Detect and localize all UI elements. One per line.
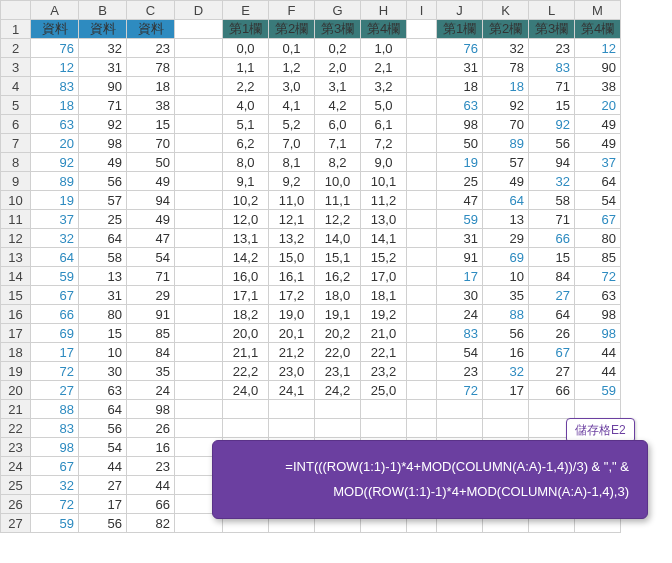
col-header-F[interactable]: F bbox=[269, 1, 315, 20]
cell-H5[interactable]: 5,0 bbox=[361, 96, 407, 115]
cell-C13[interactable]: 54 bbox=[127, 248, 175, 267]
cell-L2[interactable]: 23 bbox=[529, 39, 575, 58]
row-header[interactable]: 16 bbox=[1, 305, 31, 324]
cell-I22[interactable] bbox=[407, 419, 437, 438]
cell-L12[interactable]: 66 bbox=[529, 229, 575, 248]
cell-L19[interactable]: 27 bbox=[529, 362, 575, 381]
cell-D15[interactable] bbox=[175, 286, 223, 305]
cell-L7[interactable]: 56 bbox=[529, 134, 575, 153]
cell-A9[interactable]: 89 bbox=[31, 172, 79, 191]
cell-B21[interactable]: 64 bbox=[79, 400, 127, 419]
cell-A2[interactable]: 76 bbox=[31, 39, 79, 58]
cell-I4[interactable] bbox=[407, 77, 437, 96]
cell-K1[interactable]: 第2欄 bbox=[483, 20, 529, 39]
cell-M6[interactable]: 49 bbox=[575, 115, 621, 134]
cell-E16[interactable]: 18,2 bbox=[223, 305, 269, 324]
row-header[interactable]: 21 bbox=[1, 400, 31, 419]
cell-F19[interactable]: 23,0 bbox=[269, 362, 315, 381]
cell-K14[interactable]: 10 bbox=[483, 267, 529, 286]
cell-K11[interactable]: 13 bbox=[483, 210, 529, 229]
row-header[interactable]: 25 bbox=[1, 476, 31, 495]
row-header[interactable]: 14 bbox=[1, 267, 31, 286]
cell-M8[interactable]: 37 bbox=[575, 153, 621, 172]
cell-C26[interactable]: 66 bbox=[127, 495, 175, 514]
cell-D7[interactable] bbox=[175, 134, 223, 153]
cell-I12[interactable] bbox=[407, 229, 437, 248]
row-header[interactable]: 8 bbox=[1, 153, 31, 172]
cell-A3[interactable]: 12 bbox=[31, 58, 79, 77]
cell-B27[interactable]: 56 bbox=[79, 514, 127, 533]
cell-F1[interactable]: 第2欄 bbox=[269, 20, 315, 39]
cell-L3[interactable]: 83 bbox=[529, 58, 575, 77]
cell-C18[interactable]: 84 bbox=[127, 343, 175, 362]
cell-H22[interactable] bbox=[361, 419, 407, 438]
cell-B6[interactable]: 92 bbox=[79, 115, 127, 134]
cell-J21[interactable] bbox=[437, 400, 483, 419]
cell-B16[interactable]: 80 bbox=[79, 305, 127, 324]
cell-M12[interactable]: 80 bbox=[575, 229, 621, 248]
cell-K7[interactable]: 89 bbox=[483, 134, 529, 153]
cell-A26[interactable]: 72 bbox=[31, 495, 79, 514]
cell-C6[interactable]: 15 bbox=[127, 115, 175, 134]
cell-K9[interactable]: 49 bbox=[483, 172, 529, 191]
cell-C21[interactable]: 98 bbox=[127, 400, 175, 419]
row-header[interactable]: 2 bbox=[1, 39, 31, 58]
cell-I2[interactable] bbox=[407, 39, 437, 58]
col-header-B[interactable]: B bbox=[79, 1, 127, 20]
cell-B25[interactable]: 27 bbox=[79, 476, 127, 495]
cell-H9[interactable]: 10,1 bbox=[361, 172, 407, 191]
cell-I16[interactable] bbox=[407, 305, 437, 324]
cell-E22[interactable] bbox=[223, 419, 269, 438]
cell-K22[interactable] bbox=[483, 419, 529, 438]
col-header-G[interactable]: G bbox=[315, 1, 361, 20]
col-header-J[interactable]: J bbox=[437, 1, 483, 20]
cell-M11[interactable]: 67 bbox=[575, 210, 621, 229]
cell-F13[interactable]: 15,0 bbox=[269, 248, 315, 267]
cell-C14[interactable]: 71 bbox=[127, 267, 175, 286]
cell-A19[interactable]: 72 bbox=[31, 362, 79, 381]
cell-G10[interactable]: 11,1 bbox=[315, 191, 361, 210]
row-header[interactable]: 18 bbox=[1, 343, 31, 362]
cell-C1[interactable]: 資料 bbox=[127, 20, 175, 39]
cell-H21[interactable] bbox=[361, 400, 407, 419]
cell-K21[interactable] bbox=[483, 400, 529, 419]
cell-K4[interactable]: 18 bbox=[483, 77, 529, 96]
cell-E4[interactable]: 2,2 bbox=[223, 77, 269, 96]
cell-B13[interactable]: 58 bbox=[79, 248, 127, 267]
cell-B2[interactable]: 32 bbox=[79, 39, 127, 58]
row-header[interactable]: 3 bbox=[1, 58, 31, 77]
cell-J22[interactable] bbox=[437, 419, 483, 438]
cell-M9[interactable]: 64 bbox=[575, 172, 621, 191]
cell-D12[interactable] bbox=[175, 229, 223, 248]
cell-D17[interactable] bbox=[175, 324, 223, 343]
cell-B3[interactable]: 31 bbox=[79, 58, 127, 77]
col-header-I[interactable]: I bbox=[407, 1, 437, 20]
cell-A20[interactable]: 27 bbox=[31, 381, 79, 400]
cell-B26[interactable]: 17 bbox=[79, 495, 127, 514]
cell-L1[interactable]: 第3欄 bbox=[529, 20, 575, 39]
cell-L4[interactable]: 71 bbox=[529, 77, 575, 96]
cell-G15[interactable]: 18,0 bbox=[315, 286, 361, 305]
cell-I17[interactable] bbox=[407, 324, 437, 343]
cell-A8[interactable]: 92 bbox=[31, 153, 79, 172]
cell-G13[interactable]: 15,1 bbox=[315, 248, 361, 267]
cell-F5[interactable]: 4,1 bbox=[269, 96, 315, 115]
cell-H7[interactable]: 7,2 bbox=[361, 134, 407, 153]
cell-B1[interactable]: 資料 bbox=[79, 20, 127, 39]
cell-A1[interactable]: 資料 bbox=[31, 20, 79, 39]
cell-M10[interactable]: 54 bbox=[575, 191, 621, 210]
col-header-K[interactable]: K bbox=[483, 1, 529, 20]
cell-F4[interactable]: 3,0 bbox=[269, 77, 315, 96]
cell-E11[interactable]: 12,0 bbox=[223, 210, 269, 229]
cell-B15[interactable]: 31 bbox=[79, 286, 127, 305]
row-header[interactable]: 4 bbox=[1, 77, 31, 96]
cell-J2[interactable]: 76 bbox=[437, 39, 483, 58]
cell-B5[interactable]: 71 bbox=[79, 96, 127, 115]
cell-A17[interactable]: 69 bbox=[31, 324, 79, 343]
cell-H19[interactable]: 23,2 bbox=[361, 362, 407, 381]
row-header[interactable]: 17 bbox=[1, 324, 31, 343]
cell-F17[interactable]: 20,1 bbox=[269, 324, 315, 343]
cell-F2[interactable]: 0,1 bbox=[269, 39, 315, 58]
cell-E2[interactable]: 0,0 bbox=[223, 39, 269, 58]
col-header-E[interactable]: E bbox=[223, 1, 269, 20]
